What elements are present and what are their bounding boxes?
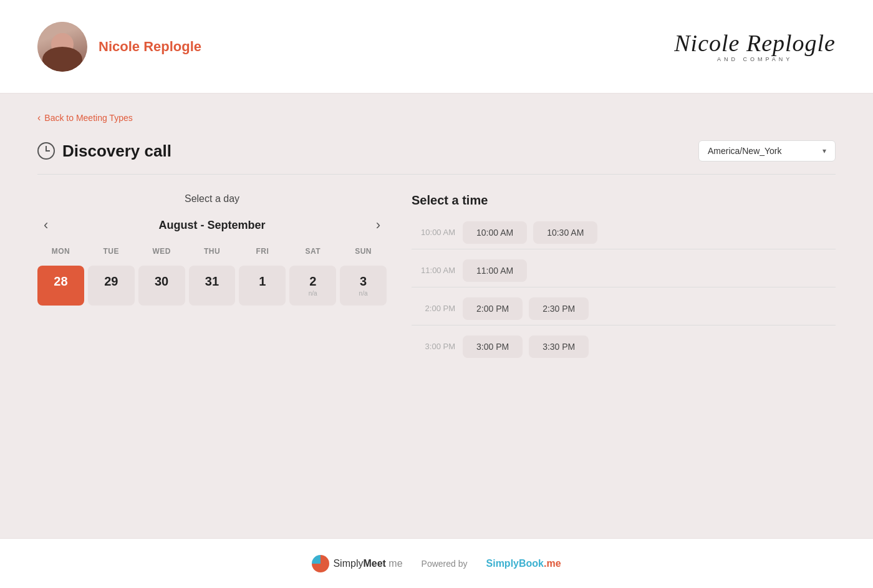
next-month-button[interactable]: › bbox=[370, 216, 387, 234]
logo-script: Nicole Replogle bbox=[674, 31, 836, 55]
day-cell-2: 2n/a bbox=[289, 266, 336, 306]
time-slots-11am: 11:00 AM bbox=[463, 259, 527, 282]
time-slot-200pm[interactable]: 2:00 PM bbox=[463, 297, 523, 320]
time-slot-330pm[interactable]: 3:30 PM bbox=[529, 335, 589, 358]
time-slot-300pm[interactable]: 3:00 PM bbox=[463, 335, 523, 358]
day-header-wed: WED bbox=[138, 244, 185, 262]
company-logo: Nicole Replogle AND COMPANY bbox=[674, 31, 836, 62]
prev-month-button[interactable]: ‹ bbox=[37, 216, 54, 234]
time-slots-3pm: 3:00 PM 3:30 PM bbox=[463, 335, 589, 358]
calendar-section: Select a day ‹ August - September › MON … bbox=[37, 193, 387, 368]
meeting-header: Discovery call America/New_York ▾ bbox=[37, 140, 836, 161]
day-header-fri: FRI bbox=[239, 244, 286, 262]
back-link-label: Back to Meeting Types bbox=[44, 113, 132, 123]
day-cell-3: 3n/a bbox=[340, 266, 387, 306]
meeting-title: Discovery call bbox=[62, 142, 171, 161]
timezone-value: America/New_York bbox=[708, 146, 782, 156]
day-header-tue: TUE bbox=[88, 244, 135, 262]
powered-by-label: Powered by bbox=[422, 559, 468, 569]
day-header-mon: MON bbox=[37, 244, 84, 262]
time-group-label-2pm: 2:00 PM bbox=[412, 297, 455, 313]
time-group-label-3pm: 3:00 PM bbox=[412, 335, 455, 351]
timezone-dropdown[interactable]: America/New_York ▾ bbox=[698, 140, 836, 161]
day-header-sat: SAT bbox=[289, 244, 336, 262]
time-group-2pm: 2:00 PM 2:00 PM 2:30 PM bbox=[412, 292, 836, 325]
day-header-thu: THU bbox=[189, 244, 236, 262]
day-cell-31[interactable]: 31 bbox=[189, 266, 236, 306]
time-slots-10am: 10:00 AM 10:30 AM bbox=[463, 221, 597, 244]
simplybook-brand: SimplyBook.me bbox=[486, 558, 561, 569]
clock-icon bbox=[37, 142, 55, 160]
calendar-grid: MON TUE WED THU FRI SAT SUN 28 29 30 31 … bbox=[37, 244, 387, 306]
time-section: Select a time 10:00 AM 10:00 AM 10:30 AM… bbox=[412, 193, 836, 368]
main-content: ‹ Back to Meeting Types Discovery call A… bbox=[0, 94, 873, 538]
simplymeet-logo: SimplyMeet me bbox=[312, 555, 402, 572]
time-group-10am: 10:00 AM 10:00 AM 10:30 AM bbox=[412, 216, 836, 249]
time-slots-2pm: 2:00 PM 2:30 PM bbox=[463, 297, 589, 320]
back-chevron-icon: ‹ bbox=[37, 113, 41, 123]
meeting-title-group: Discovery call bbox=[37, 142, 171, 161]
section-divider bbox=[37, 174, 836, 175]
booking-area: Select a day ‹ August - September › MON … bbox=[37, 193, 836, 368]
time-slot-230pm[interactable]: 2:30 PM bbox=[529, 297, 589, 320]
calendar-nav: ‹ August - September › bbox=[37, 216, 387, 234]
day-cell-1[interactable]: 1 bbox=[239, 266, 286, 306]
page-footer: SimplyMeet me Powered by SimplyBook.me bbox=[0, 538, 873, 588]
day-cell-28[interactable]: 28 bbox=[37, 266, 84, 306]
user-name: Nicole Replogle bbox=[99, 39, 201, 55]
simplymeet-icon bbox=[312, 555, 329, 572]
day-cell-29[interactable]: 29 bbox=[88, 266, 135, 306]
time-slot-1030am[interactable]: 10:30 AM bbox=[533, 221, 597, 244]
simplymeet-brand: SimplyMeet me bbox=[333, 558, 402, 569]
avatar bbox=[37, 22, 87, 72]
time-group-label-11am: 11:00 AM bbox=[412, 259, 455, 275]
day-cell-30[interactable]: 30 bbox=[138, 266, 185, 306]
chevron-down-icon: ▾ bbox=[822, 147, 826, 155]
time-group-label-10am: 10:00 AM bbox=[412, 221, 455, 237]
time-slot-1100am[interactable]: 11:00 AM bbox=[463, 259, 527, 282]
back-to-meeting-types-link[interactable]: ‹ Back to Meeting Types bbox=[37, 113, 133, 123]
time-group-11am: 11:00 AM 11:00 AM bbox=[412, 254, 836, 287]
header-user: Nicole Replogle bbox=[37, 22, 201, 72]
logo-sub: AND COMPANY bbox=[717, 56, 793, 62]
page-header: Nicole Replogle Nicole Replogle AND COMP… bbox=[0, 0, 873, 94]
time-slot-1000am[interactable]: 10:00 AM bbox=[463, 221, 527, 244]
time-group-3pm: 3:00 PM 3:00 PM 3:30 PM bbox=[412, 330, 836, 363]
select-day-label: Select a day bbox=[37, 193, 387, 205]
month-range-label: August - September bbox=[158, 219, 265, 232]
day-header-sun: SUN bbox=[340, 244, 387, 262]
select-time-label: Select a time bbox=[412, 193, 836, 208]
